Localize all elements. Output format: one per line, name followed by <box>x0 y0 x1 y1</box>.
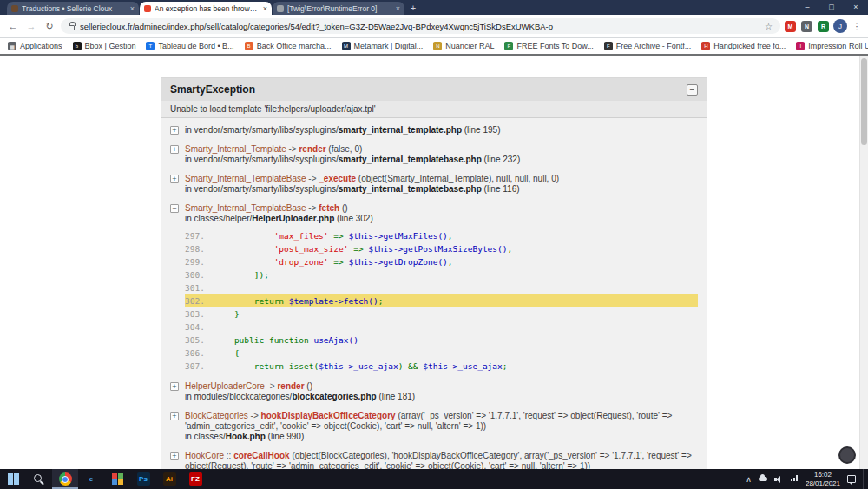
trace-file-path: in classes/helper/ <box>185 214 252 223</box>
trace-file-path: in vendor/smarty/smarty/libs/sysplugins/ <box>185 125 339 135</box>
bookmark-item[interactable]: ▦Applications <box>8 42 62 50</box>
trace-toggle-icon[interactable]: + <box>170 412 179 420</box>
system-tray[interactable]: ∧ 16:02 28/01/2021 <box>746 469 868 489</box>
reload-button[interactable]: ↻ <box>43 21 56 32</box>
show-desktop-button[interactable] <box>863 469 866 489</box>
bookmark-item[interactable]: TTableau de Bord • B... <box>146 42 233 50</box>
code-line: 304. <box>185 320 698 334</box>
network-icon[interactable] <box>793 478 795 481</box>
close-button[interactable]: × <box>844 0 868 15</box>
code-token: $this->getMaxFiles() <box>348 231 447 241</box>
browser-tab[interactable]: An exception has been thrown d× <box>140 2 272 15</box>
trace-toggle-icon[interactable]: + <box>170 126 179 135</box>
extension-icon[interactable]: M <box>785 21 796 32</box>
search-taskbar-button[interactable] <box>26 469 52 489</box>
photoshop-taskbar-button[interactable]: Ps <box>130 469 156 489</box>
bookmark-item[interactable]: IImpression Roll Up... <box>796 42 868 50</box>
trace-class-name: HelperUploaderCore <box>185 381 265 391</box>
code-text: 'drop_zone' => $this->getDropZone(), <box>214 255 698 268</box>
taskbar-clock[interactable]: 16:02 28/01/2021 <box>806 471 840 487</box>
start-taskbar-button[interactable] <box>0 469 26 489</box>
minimize-button[interactable]: – <box>795 0 819 15</box>
volume-icon[interactable] <box>774 475 783 484</box>
trace-call: BlockCategories -> hookDisplayBackOffice… <box>185 411 698 432</box>
bookmark-favicon-icon: F <box>504 42 513 50</box>
bookmark-item[interactable]: NNuancier RAL <box>433 42 494 50</box>
chrome-taskbar-button[interactable] <box>52 469 78 489</box>
bookmark-item[interactable]: FFREE Fonts To Dow... <box>504 42 593 50</box>
bookmark-item[interactable]: MMetamark | Digital... <box>342 42 424 50</box>
trace-file-name: blockcategories.php <box>292 392 376 401</box>
code-text: 'post_max_size' => $this->getPostMaxSize… <box>214 242 698 255</box>
bookmark-item[interactable]: HHandpicked free fo... <box>701 42 786 50</box>
trace-toggle-icon[interactable]: + <box>170 175 179 183</box>
tray-expand-icon[interactable]: ∧ <box>746 475 752 484</box>
scrollbar-thumb[interactable] <box>861 58 867 145</box>
code-token: => <box>348 244 368 254</box>
code-line-number: 305. <box>185 334 214 347</box>
filezilla-taskbar-button[interactable]: FZ <box>182 469 208 489</box>
trace-item: −Smarty_Internal_TemplateBase -> fetch (… <box>170 203 698 373</box>
code-token: return isset( <box>254 361 319 371</box>
code-text: public function useAjax() <box>214 334 698 347</box>
bookmark-label: Applications <box>20 42 62 50</box>
profile-avatar[interactable]: J <box>833 19 847 33</box>
address-bar[interactable]: selleriecloux.fr/adminec/index.php/sell/… <box>61 18 780 34</box>
taskbar-icons: ePsAiFZ <box>0 469 208 489</box>
code-line-number: 307. <box>185 360 214 373</box>
collapse-button[interactable]: − <box>687 84 698 96</box>
back-button[interactable]: ← <box>6 21 20 31</box>
tab-title: An exception has been thrown d <box>155 4 260 13</box>
notification-center-icon[interactable] <box>847 475 856 483</box>
bookmark-label: Free Archive - Fontf... <box>616 42 692 50</box>
trace-toggle-icon[interactable]: + <box>170 382 179 391</box>
tab-close-icon[interactable]: × <box>263 4 267 13</box>
page-scrollbar[interactable] <box>859 56 868 469</box>
tab-title: Traductions • Sellerie Cloux <box>22 4 127 13</box>
trace-class-name: HookCore <box>185 451 224 460</box>
maximize-button[interactable]: □ <box>819 0 844 15</box>
tab-favicon-icon <box>277 5 284 12</box>
code-line-number: 306. <box>185 347 214 360</box>
search-icon <box>33 473 45 486</box>
bookmark-item[interactable]: FFree Archive - Fontf... <box>604 42 692 50</box>
start-icon <box>8 473 19 485</box>
forward-button[interactable]: → <box>24 21 38 31</box>
trace-toggle-icon[interactable]: − <box>170 204 179 213</box>
code-token: ) && <box>398 361 424 371</box>
code-text: { <box>214 347 698 360</box>
cloud-icon[interactable] <box>759 477 767 481</box>
code-token <box>214 270 254 280</box>
code-token: $this->getPostMaxSizeBytes() <box>368 244 507 254</box>
illustrator-taskbar-button[interactable]: Ai <box>156 469 182 489</box>
bookmark-star-icon[interactable]: ☆ <box>765 22 773 31</box>
bookmark-label: Tableau de Bord • B... <box>158 42 233 50</box>
code-text: ]); <box>214 268 698 281</box>
trace-file-line: in classes/Hook.php (line 990) <box>185 432 698 442</box>
code-line: 297. 'max_files' => $this->getMaxFiles()… <box>185 229 698 242</box>
edge-taskbar-button[interactable]: e <box>78 469 104 489</box>
code-line: 307. return isset($this->_use_ajax) && $… <box>185 360 698 373</box>
photos-taskbar-button[interactable] <box>104 469 130 489</box>
floating-widget-button[interactable] <box>838 446 856 464</box>
windows-taskbar: ePsAiFZ ∧ 16:02 28/01/2021 <box>0 469 868 489</box>
extension-icon[interactable]: N <box>801 21 812 32</box>
code-token: 'post_max_size' <box>274 244 349 254</box>
code-line: 299. 'drop_zone' => $this->getDropZone()… <box>185 255 698 268</box>
trace-toggle-icon[interactable]: + <box>170 452 179 460</box>
bookmark-item[interactable]: bBbox | Gestion <box>73 42 136 50</box>
browser-menu-button[interactable]: ⋮ <box>852 21 862 32</box>
trace-method-name: fetch <box>319 203 339 213</box>
trace-arguments: () <box>339 203 347 213</box>
trace-separator: :: <box>224 451 233 460</box>
tab-close-icon[interactable]: × <box>396 4 400 13</box>
browser-tab[interactable]: [Twig\Error\RuntimeError 0]× <box>273 2 404 15</box>
tab-strip: Traductions • Sellerie Cloux×An exceptio… <box>0 2 405 15</box>
trace-toggle-icon[interactable]: + <box>170 145 179 154</box>
tab-close-icon[interactable]: × <box>130 4 135 13</box>
bookmark-item[interactable]: BBack Office marcha... <box>245 42 332 50</box>
new-tab-button[interactable]: + <box>405 2 421 15</box>
browser-tab[interactable]: Traductions • Sellerie Cloux× <box>7 2 139 15</box>
extension-icon[interactable]: R <box>818 21 829 32</box>
code-token: 'max_files' <box>274 231 329 241</box>
